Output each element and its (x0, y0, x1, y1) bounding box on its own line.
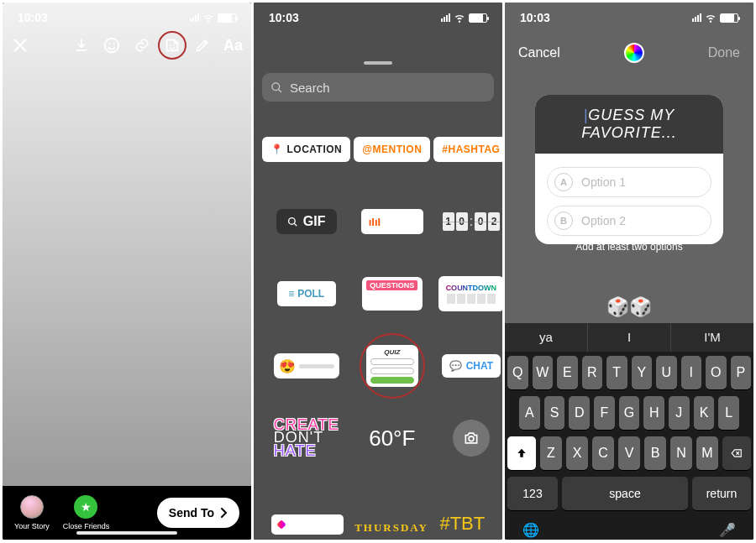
donation-label: DONATION (288, 520, 337, 530)
key-numbers[interactable]: 123 (507, 477, 558, 510)
svg-point-7 (469, 436, 474, 441)
face-filter-icon[interactable] (102, 36, 121, 55)
sticker-icon[interactable] (163, 36, 181, 55)
mention-label: @MENTION (362, 144, 422, 155)
key-r[interactable]: R (582, 356, 603, 389)
send-to-button[interactable]: Send To (157, 498, 239, 528)
text-tool[interactable]: Aa (223, 37, 243, 55)
home-indicator (76, 531, 177, 535)
key-d[interactable]: D (569, 396, 590, 430)
sticker-chat[interactable]: 💬CHAT (442, 354, 501, 378)
key-c[interactable]: C (592, 436, 614, 470)
battery-icon (720, 13, 738, 23)
key-x[interactable]: X (566, 436, 588, 470)
key-s[interactable]: S (544, 396, 565, 430)
key-backspace[interactable] (722, 436, 751, 470)
status-time: 10:03 (18, 11, 48, 24)
key-w[interactable]: W (533, 356, 554, 389)
quiz-option-a[interactable]: A Option 1 (547, 167, 711, 197)
dice-shuffle-button[interactable]: 🎲🎲 (606, 296, 652, 318)
link-icon[interactable] (133, 36, 151, 55)
hashtag-label: #HASHTAG (442, 144, 500, 155)
svg-point-4 (173, 44, 175, 46)
clock-digit: 0 (475, 212, 486, 231)
sticker-temperature[interactable]: 60°F (369, 426, 415, 452)
globe-icon[interactable]: 🌐 (522, 522, 539, 538)
key-return[interactable]: return (692, 477, 751, 510)
sticker-donation[interactable]: DONATION (271, 514, 344, 535)
key-i[interactable]: I (681, 356, 702, 389)
star-icon: ★ (74, 495, 97, 519)
key-t[interactable]: T (606, 356, 627, 389)
sticker-poll[interactable]: ≡POLL (277, 281, 336, 306)
chat-label: CHAT (466, 360, 493, 372)
hint-text: Add at least two options (505, 241, 753, 253)
suggestion[interactable]: I'M (671, 323, 753, 352)
status-time: 10:03 (269, 11, 299, 24)
key-y[interactable]: Y (632, 356, 653, 389)
key-p[interactable]: P (731, 356, 752, 389)
drag-handle[interactable] (364, 61, 392, 65)
story-canvas[interactable] (3, 3, 251, 486)
key-e[interactable]: E (557, 356, 578, 389)
sticker-tbt[interactable]: #TBT (439, 513, 485, 535)
send-to-label: Send To (169, 506, 214, 520)
key-j[interactable]: J (669, 396, 690, 430)
key-u[interactable]: U (656, 356, 677, 389)
key-n[interactable]: N (670, 436, 692, 470)
sticker-sheet[interactable]: Search 📍LOCATION @MENTION #HASHTAG GIF ı… (254, 53, 502, 540)
sticker-countdown[interactable]: COUNTDOWN (438, 276, 502, 311)
sticker-gif[interactable]: GIF (276, 209, 337, 234)
sticker-mention[interactable]: @MENTION (354, 137, 430, 162)
avatar-icon (20, 495, 44, 519)
sticker-thursday[interactable]: THURSDAY (354, 521, 428, 535)
heart-eyes-icon: 😍 (279, 358, 296, 374)
screen-quiz-editor: 10:03 Cancel Done |GUESS MY FAVORITE... … (505, 3, 753, 540)
key-v[interactable]: V (618, 436, 640, 470)
suggestion[interactable]: ya (505, 323, 588, 352)
option-letter: B (554, 211, 573, 230)
key-l[interactable]: L (718, 396, 739, 430)
sticker-hashtag[interactable]: #HASHTAG (433, 137, 502, 162)
key-o[interactable]: O (706, 356, 727, 389)
sticker-time[interactable]: 1 0 : 0 2 (443, 212, 500, 231)
poll-label: POLL (297, 288, 324, 300)
sticker-search[interactable]: Search (262, 73, 494, 102)
key-g[interactable]: G (619, 396, 640, 430)
sticker-quiz[interactable]: QUIZ (366, 345, 418, 387)
suggestion[interactable]: I (588, 323, 671, 352)
key-k[interactable]: K (694, 396, 715, 430)
key-m[interactable]: M (696, 436, 718, 470)
download-icon[interactable] (72, 36, 91, 55)
quiz-question-input[interactable]: |GUESS MY FAVORITE... (535, 95, 723, 154)
key-space[interactable]: space (562, 477, 688, 510)
battery-icon (469, 13, 487, 23)
editor-toolbar: Aa (11, 36, 243, 55)
key-shift[interactable] (507, 436, 536, 470)
search-icon (287, 217, 298, 227)
sticker-emoji-slider[interactable]: 😍 (274, 353, 339, 379)
close-icon[interactable] (11, 36, 29, 55)
color-picker-icon[interactable] (624, 43, 644, 63)
svg-point-1 (108, 43, 110, 44)
key-z[interactable]: Z (540, 436, 562, 470)
sticker-questions[interactable]: QUESTIONS (362, 277, 423, 311)
sticker-music[interactable]: ılılMUSIC (361, 209, 423, 234)
gif-label: GIF (303, 214, 326, 229)
quiz-option-b[interactable]: B Option 2 (547, 206, 711, 236)
key-h[interactable]: H (643, 396, 664, 430)
key-f[interactable]: F (594, 396, 615, 430)
sticker-create-dont-hate[interactable]: CREATE DON'T HATE (274, 419, 339, 457)
mic-icon[interactable]: 🎤 (719, 522, 736, 538)
draw-icon[interactable] (193, 36, 212, 55)
key-a[interactable]: A (519, 396, 540, 430)
close-friends-button[interactable]: ★ Close Friends (63, 495, 110, 530)
key-q[interactable]: Q (507, 356, 528, 389)
done-button[interactable]: Done (708, 45, 740, 60)
sticker-location[interactable]: 📍LOCATION (262, 137, 350, 162)
sticker-camera[interactable] (453, 420, 490, 457)
your-story-button[interactable]: Your Story (14, 495, 50, 530)
cancel-button[interactable]: Cancel (518, 45, 560, 60)
key-b[interactable]: B (644, 436, 666, 470)
svg-point-3 (170, 44, 171, 46)
